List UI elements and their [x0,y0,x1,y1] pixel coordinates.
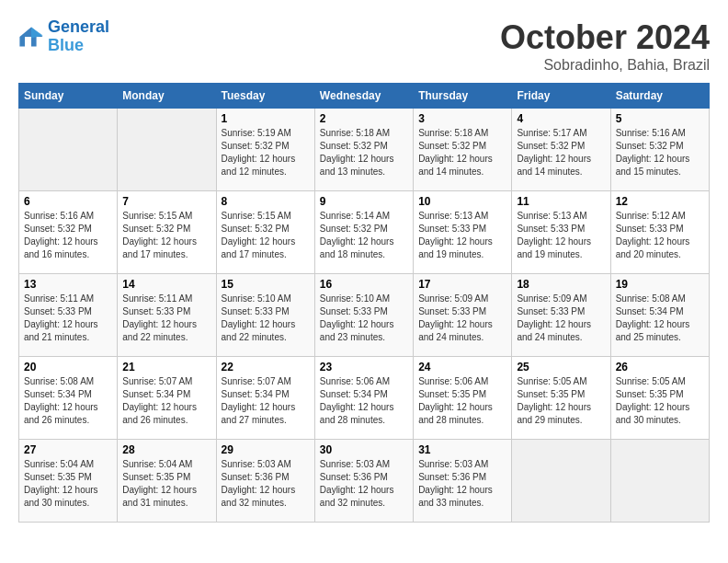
day-info: Sunrise: 5:11 AM Sunset: 5:33 PM Dayligh… [24,293,112,344]
calendar-cell: 2Sunrise: 5:18 AM Sunset: 5:32 PM Daylig… [314,109,413,191]
day-info: Sunrise: 5:18 AM Sunset: 5:32 PM Dayligh… [320,127,408,178]
calendar-week-row: 27Sunrise: 5:04 AM Sunset: 5:35 PM Dayli… [19,440,710,523]
calendar-cell: 12Sunrise: 5:12 AM Sunset: 5:33 PM Dayli… [610,191,709,274]
day-info: Sunrise: 5:16 AM Sunset: 5:32 PM Dayligh… [616,127,704,178]
calendar-cell: 18Sunrise: 5:09 AM Sunset: 5:33 PM Dayli… [512,274,610,357]
weekday-header: Tuesday [216,84,314,109]
day-number: 26 [616,361,704,373]
day-info: Sunrise: 5:10 AM Sunset: 5:33 PM Dayligh… [320,293,408,344]
calendar-cell: 5Sunrise: 5:16 AM Sunset: 5:32 PM Daylig… [610,109,709,191]
day-info: Sunrise: 5:04 AM Sunset: 5:35 PM Dayligh… [24,458,112,510]
day-info: Sunrise: 5:14 AM Sunset: 5:32 PM Dayligh… [320,210,408,261]
day-number: 24 [418,361,506,373]
calendar-week-row: 20Sunrise: 5:08 AM Sunset: 5:34 PM Dayli… [19,357,710,440]
calendar-cell: 10Sunrise: 5:13 AM Sunset: 5:33 PM Dayli… [414,191,512,274]
day-number: 28 [122,443,210,456]
calendar-cell: 17Sunrise: 5:09 AM Sunset: 5:33 PM Dayli… [414,274,512,357]
calendar-cell: 22Sunrise: 5:07 AM Sunset: 5:34 PM Dayli… [216,357,314,440]
day-number: 4 [517,112,605,125]
day-number: 15 [222,278,310,291]
calendar-subtitle: Sobradinho, Bahia, Brazil [500,57,710,74]
calendar-cell: 19Sunrise: 5:08 AM Sunset: 5:34 PM Dayli… [610,274,709,357]
weekday-header: Friday [512,84,610,109]
day-number: 7 [122,195,210,208]
calendar-week-row: 6Sunrise: 5:16 AM Sunset: 5:32 PM Daylig… [19,191,710,274]
day-info: Sunrise: 5:04 AM Sunset: 5:35 PM Dayligh… [122,458,210,510]
day-number: 22 [222,361,310,373]
calendar-cell: 13Sunrise: 5:11 AM Sunset: 5:33 PM Dayli… [19,274,118,357]
day-info: Sunrise: 5:19 AM Sunset: 5:32 PM Dayligh… [222,127,310,178]
day-number: 19 [616,278,704,291]
day-number: 12 [616,195,704,208]
calendar-cell [19,109,118,191]
day-number: 16 [320,278,408,291]
day-info: Sunrise: 5:11 AM Sunset: 5:33 PM Dayligh… [122,293,210,344]
day-info: Sunrise: 5:07 AM Sunset: 5:34 PM Dayligh… [222,375,310,427]
day-info: Sunrise: 5:08 AM Sunset: 5:34 PM Dayligh… [24,375,112,427]
logo: General Blue [18,18,109,55]
weekday-header: Sunday [19,84,118,109]
logo-text: General Blue [48,18,109,55]
calendar-cell: 29Sunrise: 5:03 AM Sunset: 5:36 PM Dayli… [216,440,314,523]
day-number: 20 [24,361,112,373]
weekday-header: Wednesday [314,84,413,109]
calendar-cell: 24Sunrise: 5:06 AM Sunset: 5:35 PM Dayli… [414,357,512,440]
day-info: Sunrise: 5:05 AM Sunset: 5:35 PM Dayligh… [616,375,704,427]
calendar-title-block: October 2024 Sobradinho, Bahia, Brazil [500,18,710,74]
day-info: Sunrise: 5:15 AM Sunset: 5:32 PM Dayligh… [122,210,210,261]
day-info: Sunrise: 5:06 AM Sunset: 5:35 PM Dayligh… [418,375,506,427]
day-number: 30 [320,443,408,456]
day-number: 8 [222,195,310,208]
calendar-cell: 16Sunrise: 5:10 AM Sunset: 5:33 PM Dayli… [314,274,413,357]
calendar-cell: 31Sunrise: 5:03 AM Sunset: 5:36 PM Dayli… [414,440,512,523]
day-info: Sunrise: 5:06 AM Sunset: 5:34 PM Dayligh… [320,375,408,427]
day-number: 18 [517,278,605,291]
calendar-cell: 26Sunrise: 5:05 AM Sunset: 5:35 PM Dayli… [610,357,709,440]
day-info: Sunrise: 5:15 AM Sunset: 5:32 PM Dayligh… [222,210,310,261]
day-info: Sunrise: 5:09 AM Sunset: 5:33 PM Dayligh… [517,293,605,344]
day-number: 21 [122,361,210,373]
day-info: Sunrise: 5:13 AM Sunset: 5:33 PM Dayligh… [517,210,605,261]
day-number: 29 [222,443,310,456]
day-info: Sunrise: 5:07 AM Sunset: 5:34 PM Dayligh… [122,375,210,427]
calendar-cell: 14Sunrise: 5:11 AM Sunset: 5:33 PM Dayli… [118,274,216,357]
weekday-header: Monday [118,84,216,109]
calendar-week-row: 13Sunrise: 5:11 AM Sunset: 5:33 PM Dayli… [19,274,710,357]
weekday-header: Thursday [414,84,512,109]
calendar-cell: 25Sunrise: 5:05 AM Sunset: 5:35 PM Dayli… [512,357,610,440]
calendar-week-row: 1Sunrise: 5:19 AM Sunset: 5:32 PM Daylig… [19,109,710,191]
calendar-table: SundayMondayTuesdayWednesdayThursdayFrid… [18,83,710,523]
calendar-cell: 3Sunrise: 5:18 AM Sunset: 5:32 PM Daylig… [414,109,512,191]
day-info: Sunrise: 5:18 AM Sunset: 5:32 PM Dayligh… [418,127,506,178]
day-number: 3 [418,112,506,125]
day-info: Sunrise: 5:03 AM Sunset: 5:36 PM Dayligh… [222,458,310,510]
day-number: 27 [24,443,112,456]
day-number: 25 [517,361,605,373]
calendar-cell [512,440,610,523]
calendar-cell: 4Sunrise: 5:17 AM Sunset: 5:32 PM Daylig… [512,109,610,191]
calendar-cell: 1Sunrise: 5:19 AM Sunset: 5:32 PM Daylig… [216,109,314,191]
calendar-title: October 2024 [500,18,710,57]
day-number: 10 [418,195,506,208]
day-info: Sunrise: 5:17 AM Sunset: 5:32 PM Dayligh… [517,127,605,178]
calendar-cell: 23Sunrise: 5:06 AM Sunset: 5:34 PM Dayli… [314,357,413,440]
day-number: 5 [616,112,704,125]
day-number: 2 [320,112,408,125]
day-info: Sunrise: 5:03 AM Sunset: 5:36 PM Dayligh… [418,458,506,510]
calendar-cell: 15Sunrise: 5:10 AM Sunset: 5:33 PM Dayli… [216,274,314,357]
day-info: Sunrise: 5:03 AM Sunset: 5:36 PM Dayligh… [320,458,408,510]
day-number: 9 [320,195,408,208]
day-number: 13 [24,278,112,291]
weekday-header: Saturday [610,84,709,109]
day-number: 6 [24,195,112,208]
day-info: Sunrise: 5:09 AM Sunset: 5:33 PM Dayligh… [418,293,506,344]
calendar-cell [610,440,709,523]
calendar-cell: 11Sunrise: 5:13 AM Sunset: 5:33 PM Dayli… [512,191,610,274]
calendar-cell: 27Sunrise: 5:04 AM Sunset: 5:35 PM Dayli… [19,440,118,523]
calendar-cell: 8Sunrise: 5:15 AM Sunset: 5:32 PM Daylig… [216,191,314,274]
calendar-cell: 20Sunrise: 5:08 AM Sunset: 5:34 PM Dayli… [19,357,118,440]
day-number: 1 [222,112,310,125]
day-info: Sunrise: 5:05 AM Sunset: 5:35 PM Dayligh… [517,375,605,427]
day-info: Sunrise: 5:13 AM Sunset: 5:33 PM Dayligh… [418,210,506,261]
calendar-cell: 28Sunrise: 5:04 AM Sunset: 5:35 PM Dayli… [118,440,216,523]
